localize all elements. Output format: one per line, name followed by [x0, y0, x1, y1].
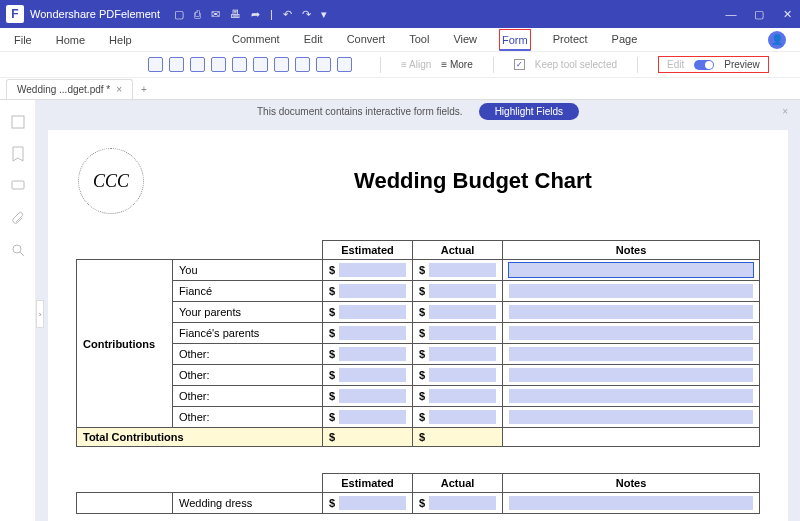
image-tool-icon[interactable] — [274, 57, 289, 72]
edit-mode-label[interactable]: Edit — [667, 59, 684, 70]
svg-rect-1 — [12, 181, 24, 189]
save-icon[interactable]: ⎙ — [194, 8, 201, 21]
radio-tool-icon[interactable] — [190, 57, 205, 72]
align-dropdown[interactable]: ≡ Align — [401, 59, 431, 70]
date-tool-icon[interactable] — [316, 57, 331, 72]
text-field-tool-icon[interactable] — [148, 57, 163, 72]
preview-mode-label[interactable]: Preview — [724, 59, 760, 70]
info-close-icon[interactable]: × — [782, 106, 788, 117]
open-icon[interactable]: ▢ — [174, 8, 184, 21]
table-row: Other:$$ — [77, 344, 760, 365]
undo-icon[interactable]: ↶ — [283, 8, 292, 21]
tab-comment[interactable]: Comment — [230, 29, 282, 51]
tab-protect[interactable]: Protect — [551, 29, 590, 51]
more-dropdown[interactable]: ≡ More — [441, 59, 472, 70]
form-field-estimated[interactable] — [339, 389, 406, 403]
bookmarks-icon[interactable] — [10, 146, 26, 162]
form-field-actual[interactable] — [429, 347, 496, 361]
form-field-actual[interactable] — [429, 389, 496, 403]
form-field-actual[interactable] — [429, 368, 496, 382]
keep-tool-checkbox[interactable]: ✓ — [514, 59, 525, 70]
form-field-notes[interactable] — [509, 305, 753, 319]
app-name: Wondershare PDFelement — [30, 8, 160, 20]
user-avatar-icon[interactable]: 👤 — [768, 31, 786, 49]
table-row: Other:$$ — [77, 365, 760, 386]
work-area: › This document contains interactive for… — [0, 100, 800, 521]
app-logo-icon: F — [6, 5, 24, 23]
combo-tool-icon[interactable] — [211, 57, 226, 72]
redo-icon[interactable]: ↷ — [302, 8, 311, 21]
table-row: Other:$$ — [77, 407, 760, 428]
thumbnails-icon[interactable] — [10, 114, 26, 130]
form-field-estimated[interactable] — [339, 326, 406, 340]
form-field-estimated[interactable] — [339, 410, 406, 424]
col-estimated: Estimated — [323, 241, 413, 260]
pdf-page: CCC Wedding Budget Chart Estimated Actua… — [48, 130, 788, 521]
search-icon[interactable] — [10, 242, 26, 258]
checkbox-tool-icon[interactable] — [169, 57, 184, 72]
form-field-actual[interactable] — [429, 305, 496, 319]
table-row: Fiancé$$ — [77, 281, 760, 302]
col-actual: Actual — [413, 474, 503, 493]
doc-tab-close-icon[interactable]: × — [116, 84, 122, 95]
form-field-notes[interactable] — [509, 284, 753, 298]
close-icon[interactable]: ✕ — [780, 8, 794, 21]
tab-convert[interactable]: Convert — [345, 29, 388, 51]
form-field-actual[interactable] — [429, 284, 496, 298]
form-field-notes[interactable] — [509, 410, 753, 424]
preview-toggle[interactable] — [694, 60, 714, 70]
edit-preview-toggle-group: Edit Preview — [658, 56, 769, 73]
minimize-icon[interactable]: — — [724, 8, 738, 20]
document-viewport[interactable]: › This document contains interactive for… — [36, 100, 800, 521]
menu-bar: File Home Help Comment Edit Convert Tool… — [0, 28, 800, 52]
form-field-actual[interactable] — [429, 410, 496, 424]
table-row: Wedding dress $ $ — [77, 493, 760, 514]
form-field-estimated[interactable] — [339, 263, 406, 277]
tab-edit[interactable]: Edit — [302, 29, 325, 51]
highlight-fields-button[interactable]: Highlight Fields — [479, 103, 579, 120]
list-tool-icon[interactable] — [232, 57, 247, 72]
document-tabs: Wedding ...dget.pdf * × + — [0, 78, 800, 100]
button-tool-icon[interactable] — [253, 57, 268, 72]
form-field-actual[interactable] — [429, 326, 496, 340]
doc-tab-wedding[interactable]: Wedding ...dget.pdf * × — [6, 79, 133, 99]
collapse-panel-icon[interactable]: › — [36, 300, 44, 328]
table-row: Contributions You $ $ — [77, 260, 760, 281]
attachments-icon[interactable] — [10, 210, 26, 226]
form-field-estimated[interactable] — [339, 284, 406, 298]
form-field-notes[interactable] — [509, 347, 753, 361]
form-field-notes[interactable] — [509, 368, 753, 382]
form-field-notes[interactable] — [509, 263, 753, 277]
form-field-notes[interactable] — [509, 496, 753, 510]
tab-view[interactable]: View — [451, 29, 479, 51]
maximize-icon[interactable]: ▢ — [752, 8, 766, 21]
signature-tool-icon[interactable] — [295, 57, 310, 72]
tab-page[interactable]: Page — [610, 29, 640, 51]
row-label: Wedding dress — [173, 493, 323, 514]
form-field-actual[interactable] — [429, 263, 496, 277]
toolbar-sep-3 — [637, 57, 638, 73]
form-field-estimated[interactable] — [339, 305, 406, 319]
form-field-estimated[interactable] — [339, 347, 406, 361]
menu-help[interactable]: Help — [109, 34, 132, 46]
menu-file[interactable]: File — [14, 34, 32, 46]
share-icon[interactable]: ➦ — [251, 8, 260, 21]
tab-form[interactable]: Form — [499, 29, 531, 51]
form-toolbar: ≡ Align ≡ More ✓ Keep tool selected Edit… — [0, 52, 800, 78]
form-field-notes[interactable] — [509, 389, 753, 403]
form-field-estimated[interactable] — [339, 368, 406, 382]
dropdown-icon[interactable]: ▾ — [321, 8, 327, 21]
menu-home[interactable]: Home — [56, 34, 85, 46]
add-tab-button[interactable]: + — [133, 80, 155, 99]
tab-tool[interactable]: Tool — [407, 29, 431, 51]
form-field-notes[interactable] — [509, 326, 753, 340]
barcode-tool-icon[interactable] — [337, 57, 352, 72]
form-field-actual[interactable] — [429, 496, 496, 510]
print-icon[interactable]: 🖶 — [230, 8, 241, 21]
section-label: Contributions — [77, 260, 173, 428]
svg-rect-0 — [12, 116, 24, 128]
info-message: This document contains interactive form … — [257, 106, 463, 117]
mail-icon[interactable]: ✉ — [211, 8, 220, 21]
form-field-estimated[interactable] — [339, 496, 406, 510]
comments-icon[interactable] — [10, 178, 26, 194]
